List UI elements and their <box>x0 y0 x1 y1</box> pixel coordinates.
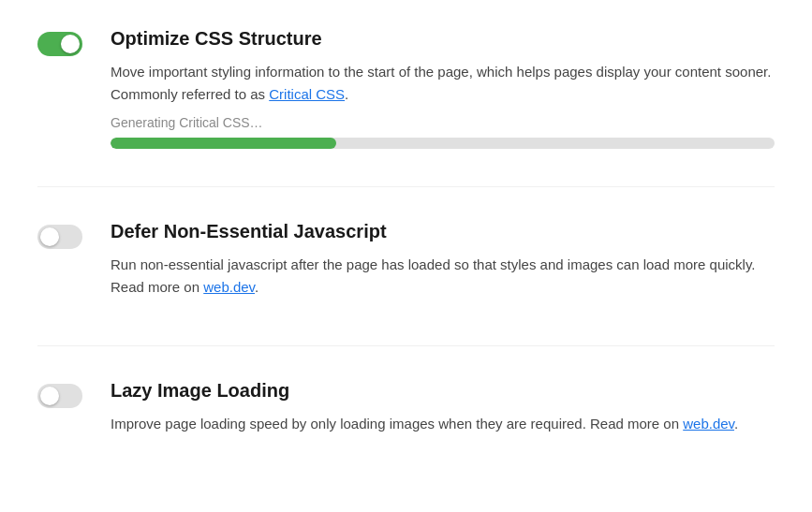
toggle-wrapper-lazy-images <box>37 384 82 412</box>
toggle-optimize-css[interactable] <box>37 32 82 56</box>
toggle-lazy-images[interactable] <box>37 384 82 408</box>
setting-content-defer-js: Defer Non-Essential JavascriptRun non-es… <box>111 221 775 308</box>
setting-item-optimize-css: Optimize CSS StructureMove important sty… <box>37 28 775 149</box>
progress-bar-fill-optimize-css <box>111 138 336 149</box>
setting-link-lazy-images[interactable]: web.dev <box>683 416 734 432</box>
toggle-knob-lazy-images <box>40 387 59 405</box>
setting-link-optimize-css[interactable]: Critical CSS <box>269 86 345 102</box>
toggle-wrapper-defer-js <box>37 225 82 253</box>
setting-item-lazy-images: Lazy Image LoadingImprove page loading s… <box>37 380 775 445</box>
setting-title-lazy-images: Lazy Image Loading <box>111 380 775 402</box>
setting-title-optimize-css: Optimize CSS Structure <box>111 28 775 50</box>
setting-description-optimize-css: Move important styling information to th… <box>111 61 775 106</box>
toggle-knob-optimize-css <box>61 35 80 53</box>
setting-item-defer-js: Defer Non-Essential JavascriptRun non-es… <box>37 221 775 308</box>
progress-label-optimize-css: Generating Critical CSS… <box>111 115 775 130</box>
setting-description-lazy-images: Improve page loading speed by only loadi… <box>111 413 775 435</box>
toggle-knob-defer-js <box>40 227 59 246</box>
toggle-defer-js[interactable] <box>37 225 82 249</box>
divider-1 <box>37 345 775 346</box>
progress-section-optimize-css: Generating Critical CSS… <box>111 115 775 149</box>
divider-0 <box>37 186 775 187</box>
toggle-wrapper-optimize-css <box>37 32 82 60</box>
setting-link-defer-js[interactable]: web.dev <box>203 279 255 295</box>
progress-bar-track-optimize-css <box>111 138 775 149</box>
setting-description-defer-js: Run non-essential javascript after the p… <box>111 254 775 299</box>
setting-title-defer-js: Defer Non-Essential Javascript <box>111 221 775 242</box>
setting-content-optimize-css: Optimize CSS StructureMove important sty… <box>111 28 775 149</box>
setting-content-lazy-images: Lazy Image LoadingImprove page loading s… <box>111 380 775 445</box>
settings-list: Optimize CSS StructureMove important sty… <box>37 28 775 445</box>
